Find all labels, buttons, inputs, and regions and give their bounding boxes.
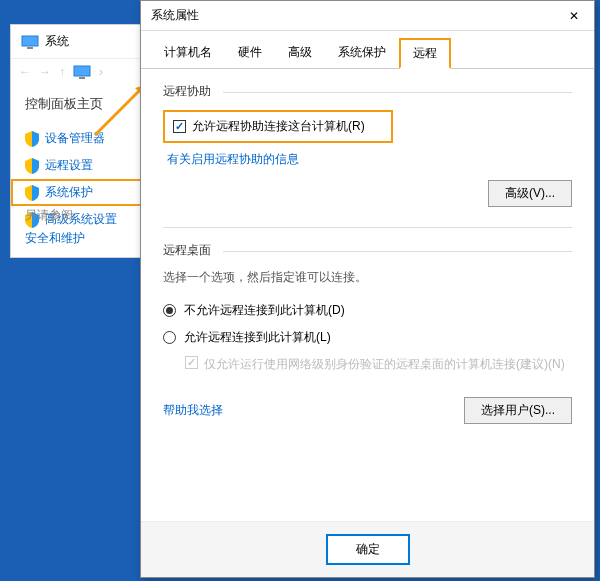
remote-desktop-desc: 选择一个选项，然后指定谁可以连接。 [163,269,572,286]
tab-system-protection[interactable]: 系统保护 [325,38,399,69]
sidebar-header: 系统 [11,25,149,59]
system-properties-dialog: 系统属性 ✕ 计算机名 硬件 高级 系统保护 远程 远程协助 允许远程协助连接这… [140,0,595,578]
close-button[interactable]: ✕ [554,1,594,31]
radio-label: 不允许远程连接到此计算机(D) [184,302,345,319]
radio-input[interactable] [163,331,176,344]
divider [163,227,572,228]
svg-rect-1 [27,47,33,49]
remote-desktop-group: 远程桌面 选择一个选项，然后指定谁可以连接。 不允许远程连接到此计算机(D) 允… [163,242,572,424]
dialog-titlebar: 系统属性 ✕ [141,1,594,31]
nav-back-icon[interactable]: ← [19,65,31,79]
dialog-content: 远程协助 允许远程协助连接这台计算机(R) 有关启用远程协助的信息 高级(V).… [141,69,594,458]
radio-input[interactable] [163,304,176,317]
control-panel-home[interactable]: 控制面板主页 [11,85,149,121]
shield-icon [25,185,39,201]
tab-advanced[interactable]: 高级 [275,38,325,69]
sidebar-item-label: 设备管理器 [45,130,105,147]
remote-assistance-group: 远程协助 允许远程协助连接这台计算机(R) 有关启用远程协助的信息 高级(V).… [163,83,572,207]
shield-icon [25,131,39,147]
radio-allow-remote[interactable]: 允许远程连接到此计算机(L) [163,329,572,346]
shield-icon [25,158,39,174]
breadcrumb-sep: › [99,65,103,79]
sidebar-item-device-manager[interactable]: 设备管理器 [11,125,149,152]
sidebar-item-label: 系统保护 [45,184,93,201]
sidebar-item-remote-settings[interactable]: 远程设置 [11,152,149,179]
ok-button[interactable]: 确定 [326,534,410,565]
checkbox-label: 允许远程协助连接这台计算机(R) [192,118,365,135]
breadcrumb-nav: ← → ↑ › [11,59,149,85]
monitor-icon [73,65,91,79]
svg-rect-2 [74,66,90,76]
radio-label: 允许远程连接到此计算机(L) [184,329,331,346]
nla-checkbox-row: 仅允许运行使用网络级别身份验证的远程桌面的计算机连接(建议)(N) [185,356,572,373]
sidebar-item-label: 远程设置 [45,157,93,174]
nla-checkbox [185,356,198,369]
svg-rect-3 [79,77,85,79]
select-users-button[interactable]: 选择用户(S)... [464,397,572,424]
dialog-footer: 确定 [141,521,594,577]
help-me-choose-link[interactable]: 帮助我选择 [163,402,223,419]
dialog-title: 系统属性 [151,7,199,24]
nav-up-icon[interactable]: ↑ [59,65,65,79]
dialog-tabs: 计算机名 硬件 高级 系统保护 远程 [141,31,594,69]
system-label: 系统 [45,33,69,50]
group-title: 远程协助 [163,83,572,100]
nla-label: 仅允许运行使用网络级别身份验证的远程桌面的计算机连接(建议)(N) [204,356,565,373]
tab-remote[interactable]: 远程 [399,38,451,69]
security-maintenance-link[interactable]: 安全和维护 [25,230,85,247]
control-panel-sidebar: 系统 ← → ↑ › 控制面板主页 设备管理器 远程设置 系统保护 高级系统设置… [10,24,150,258]
radio-deny-remote[interactable]: 不允许远程连接到此计算机(D) [163,302,572,319]
svg-rect-0 [22,36,38,46]
close-icon: ✕ [569,9,579,23]
nav-forward-icon[interactable]: → [39,65,51,79]
group-title: 远程桌面 [163,242,572,259]
tab-hardware[interactable]: 硬件 [225,38,275,69]
sidebar-item-system-protection[interactable]: 系统保护 [11,179,149,206]
advanced-button[interactable]: 高级(V)... [488,180,572,207]
remote-assistance-info-link[interactable]: 有关启用远程协助的信息 [167,152,299,166]
allow-remote-assistance-row[interactable]: 允许远程协助连接这台计算机(R) [163,110,393,143]
related-heading: 另请参阅 [25,207,85,224]
sidebar-footer: 另请参阅 安全和维护 [25,207,85,247]
tab-computer-name[interactable]: 计算机名 [151,38,225,69]
allow-remote-assistance-checkbox[interactable] [173,120,186,133]
monitor-icon [21,35,39,49]
